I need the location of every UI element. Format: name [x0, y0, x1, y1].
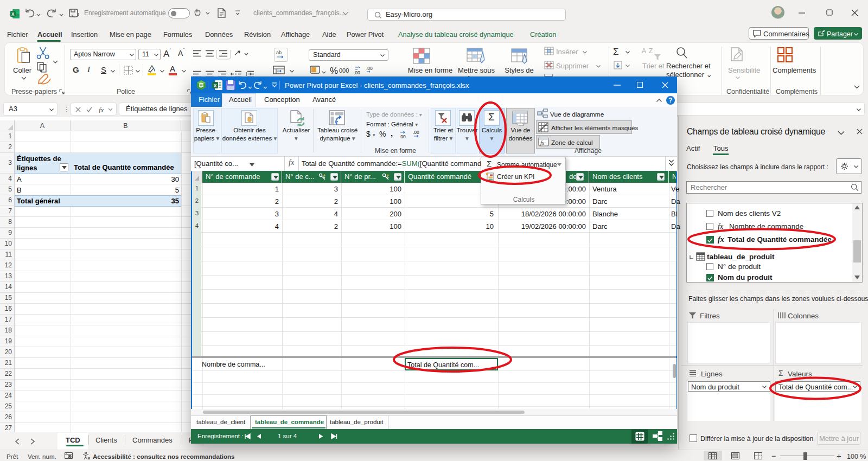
svg-text:.00: .00	[413, 130, 419, 135]
svg-text:fx: fx	[540, 140, 545, 146]
svg-text:X: X	[213, 83, 216, 88]
svg-text:.00: .00	[399, 134, 406, 139]
